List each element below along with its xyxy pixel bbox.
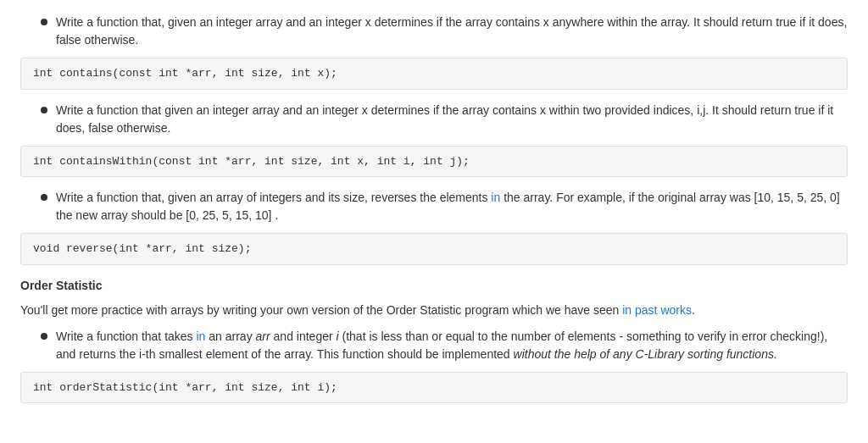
code-text-reverse: void reverse(int *arr, int size);	[33, 242, 251, 255]
bullet-item-contains: Write a function that, given an integer …	[41, 14, 848, 49]
bullet-dot	[41, 194, 47, 201]
order-statistic-heading: Order Statistic	[20, 277, 848, 295]
bullet-item-reverse: Write a function that, given an array of…	[41, 189, 848, 224]
bullet-dot	[41, 107, 47, 114]
bullet-text-reverse: Write a function that, given an array of…	[56, 189, 848, 224]
order-statistic-description: You'll get more practice with arrays by …	[20, 302, 848, 319]
bullet-item-contains-within: Write a function that given an integer a…	[41, 102, 848, 137]
bullet-text-contains-within: Write a function that given an integer a…	[56, 102, 848, 137]
code-block-contains-within: int containsWithin(const int *arr, int s…	[20, 146, 848, 178]
bullet-dot	[41, 333, 47, 340]
bullet-dot	[41, 19, 47, 25]
code-block-order-statistic: int orderStatistic(int *arr, int size, i…	[20, 372, 848, 404]
code-block-reverse: void reverse(int *arr, int size);	[20, 233, 848, 265]
bullet-text-order-statistic: Write a function that takes in an array …	[56, 328, 848, 363]
bullet-item-order-statistic: Write a function that takes in an array …	[41, 328, 848, 363]
code-text-order-statistic: int orderStatistic(int *arr, int size, i…	[33, 381, 337, 394]
code-block-contains: int contains(const int *arr, int size, i…	[20, 58, 848, 90]
code-text-contains-within: int containsWithin(const int *arr, int s…	[33, 155, 470, 168]
bullet-text-contains: Write a function that, given an integer …	[56, 14, 848, 49]
code-text-contains: int contains(const int *arr, int size, i…	[33, 67, 337, 80]
